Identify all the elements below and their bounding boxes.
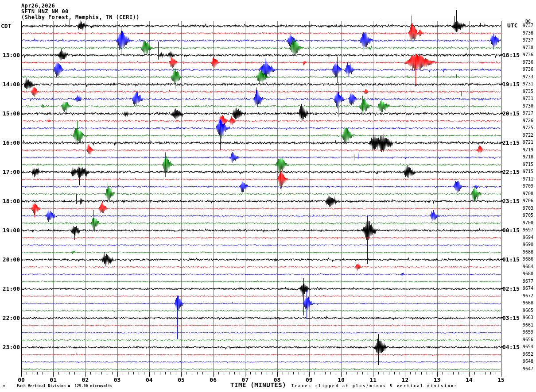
dc-value: 9725 [523,126,536,130]
x-tick-label: 01 [47,377,60,383]
left-hour-label: 23:00 [0,344,20,350]
dc-value: 9705 [523,213,536,218]
left-hour-label: 22:00 [0,315,20,321]
dc-value: 9731 [523,96,536,101]
x-tick-label: 10 [334,377,348,383]
left-hour-label: 13:00 [0,52,20,58]
x-tick-label: 04 [143,377,156,383]
dc-value: 9726 [523,119,536,123]
dc-value: 9665 [523,308,536,313]
x-tick-label: 06 [206,377,220,383]
clip-note: Traces clipped at plus/minus 5 vertical … [291,384,458,388]
dc-value: 9737 [523,38,536,42]
dc-value: 9652 [523,352,536,357]
dc-value: 9663 [523,315,536,320]
dc-value: 9686 [523,257,536,261]
dc-value: 9647 [523,367,536,371]
dc-value: 9674 [523,286,536,291]
dc-value: 9719 [523,148,536,152]
title-location: (Shelby Forest, Memphis, TN (CERI)) [21,15,140,20]
dc-value: 9731 [523,82,536,86]
x-tick-label: 05 [175,377,188,383]
dc-value: 9727 [523,111,536,115]
dc-value: 9680 [523,272,536,276]
left-hour-label: 14:00 [0,81,20,87]
dc-value: 9648 [523,359,536,364]
dc-value: 9735 [523,89,536,94]
left-hour-label: 16:00 [0,140,20,146]
left-hour-label: 21:00 [0,286,20,292]
dc-value: 9661 [523,323,536,327]
dc-value: 9677 [523,279,536,284]
x-tick-label: 03 [111,377,124,383]
dc-value: 9721 [523,140,536,145]
x-axis-title: TIME (MINUTES) [230,381,286,388]
x-tick-label: 11 [366,377,380,383]
corner-mark: ,M [1,384,5,388]
dc-value: 9736 [523,53,536,57]
dc-value: 9697 [523,228,536,232]
x-tick-label: 12 [398,377,412,383]
left-hour-label: 17:00 [0,169,20,175]
left-hour-label: 20:00 [0,257,20,262]
x-tick-label: 09 [303,377,316,383]
dc-value: 9672 [523,294,536,298]
dc-value: 9711 [523,177,536,181]
dc-value: 9703 [523,206,536,211]
dc-value: 9730 [523,104,536,108]
helicorder-page: Apr26,2026 SFTN HNZ NM 00 (Shelby Forest… [0,0,536,392]
x-tick-label: 13 [431,377,444,383]
dc-value: 9738 [523,31,536,35]
dc-value: 9736 [523,60,536,65]
x-tick-label: 15 [494,377,508,383]
left-timezone-header: CDT [1,23,11,29]
dc-value: 9659 [523,330,536,334]
x-tick-label: 14 [462,377,476,383]
dc-value: 9706 [523,199,536,203]
x-tick-label: 02 [78,377,92,383]
dc-value: 9656 [523,338,536,342]
dc-value: 9722 [523,133,536,138]
right-timezone-header: UTC [507,22,517,29]
dc-value: 9708 [523,192,536,196]
dc-value: 9688 [523,250,536,254]
dc-value: 9700 [523,221,536,225]
dc-value: 9737 [523,23,536,28]
left-hour-label: 15:00 [0,111,20,116]
dc-value: 9733 [523,75,536,79]
dc-value: 9738 [523,46,536,50]
dc-value: 9718 [523,155,536,159]
dc-value: 9715 [523,162,536,167]
dc-value: 9654 [523,345,536,349]
dc-value: 9694 [523,235,536,240]
dc-value: 9668 [523,301,536,305]
dc-value: 9684 [523,265,536,269]
x-tick-label: 00 [15,377,28,383]
left-hour-label: 18:00 [0,198,20,204]
dc-value: 9715 [523,169,536,174]
dc-value: 9690 [523,242,536,247]
seismogram-canvas [0,0,536,392]
left-hour-label: 19:00 [0,227,20,233]
dc-value: 9709 [523,184,536,188]
scale-note: Each Vertical Division = 125.00 microvol… [17,384,113,388]
dc-value: 9736 [523,67,536,72]
